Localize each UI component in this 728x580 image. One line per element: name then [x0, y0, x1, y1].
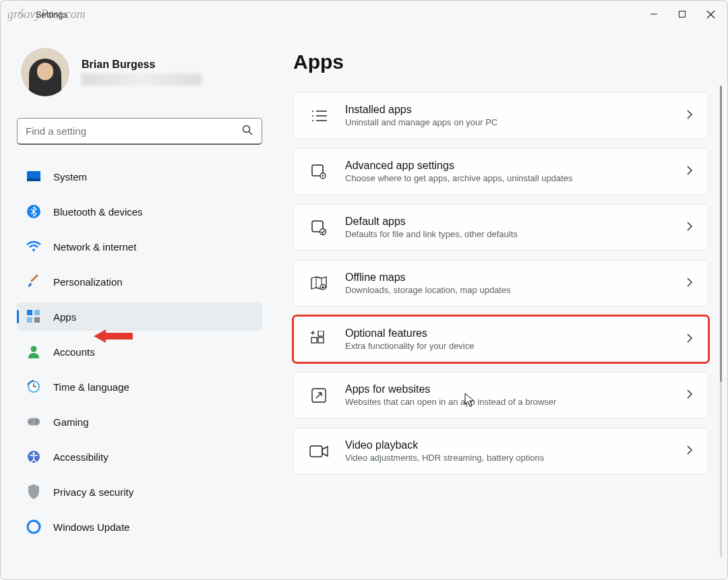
svg-point-9 [32, 249, 35, 251]
nav-label: Privacy & security [53, 486, 133, 498]
nav-label: Network & internet [53, 241, 136, 253]
search-icon[interactable] [241, 124, 253, 139]
svg-marker-48 [94, 329, 133, 343]
sidebar-item-system[interactable]: System [17, 162, 262, 191]
card-sub: Extra functionality for your device [345, 341, 686, 351]
sidebar-item-bluetooth[interactable]: Bluetooth & devices [17, 197, 262, 226]
svg-rect-7 [27, 179, 40, 181]
scrollbar[interactable] [720, 86, 722, 557]
card-advanced-app-settings[interactable]: Advanced app settings Choose where to ge… [293, 148, 708, 195]
svg-point-27 [312, 110, 313, 112]
list-icon [309, 106, 329, 126]
card-optional-features[interactable]: Optional features Extra functionality fo… [293, 316, 708, 362]
svg-line-5 [249, 131, 253, 135]
search-box[interactable] [17, 118, 262, 145]
chevron-right-icon [686, 333, 693, 346]
avatar [21, 48, 69, 96]
card-default-apps[interactable]: Default apps Defaults for file and link … [293, 204, 708, 251]
nav-label: Bluetooth & devices [53, 206, 143, 218]
sidebar-item-accounts[interactable]: Accounts [17, 337, 262, 366]
profile-name: Brian Burgess [82, 59, 202, 71]
features-icon [309, 329, 329, 350]
video-icon [309, 441, 329, 461]
svg-point-35 [322, 174, 324, 176]
update-icon [26, 519, 41, 534]
chevron-right-icon [686, 221, 693, 234]
gamepad-icon [26, 414, 41, 429]
card-offline-maps[interactable]: Offline maps Downloads, storage location… [293, 260, 708, 307]
sidebar-item-time[interactable]: Time & language [17, 373, 262, 401]
accessibility-icon [26, 449, 41, 464]
sidebar: Brian Burgess System [1, 28, 270, 579]
scrollbar-thumb[interactable] [720, 86, 722, 382]
nav: System Bluetooth & devices Network & int… [17, 162, 262, 548]
bluetooth-icon [26, 204, 41, 219]
svg-point-22 [36, 422, 38, 424]
minimize-button[interactable] [649, 9, 659, 19]
svg-point-20 [30, 421, 31, 422]
card-sub: Video adjustments, HDR streaming, batter… [345, 453, 686, 463]
card-video-playback[interactable]: Video playback Video adjustments, HDR st… [293, 428, 708, 474]
card-sub: Downloads, storage location, map updates [345, 285, 686, 295]
profile-email-redacted [82, 73, 202, 86]
svg-point-21 [36, 420, 38, 421]
titlebar: Settings [1, 1, 727, 28]
sidebar-item-personalization[interactable]: Personalization [17, 267, 262, 296]
person-icon [26, 344, 41, 359]
svg-rect-42 [318, 337, 324, 343]
card-title: Optional features [345, 327, 686, 340]
nav-label: Accessibility [53, 451, 109, 463]
svg-point-37 [320, 228, 326, 234]
card-apps-for-websites[interactable]: Apps for websites Websites that can open… [293, 372, 708, 418]
system-icon [26, 169, 41, 184]
page-title: Apps [293, 51, 708, 73]
sidebar-item-privacy[interactable]: Privacy & security [17, 478, 262, 506]
website-icon [309, 385, 329, 406]
annotation-arrow [94, 328, 134, 347]
nav-label: Apps [53, 311, 76, 323]
svg-rect-13 [34, 317, 40, 323]
sidebar-item-accessibility[interactable]: Accessibility [17, 443, 262, 471]
svg-rect-19 [28, 418, 40, 426]
shield-icon [26, 484, 41, 499]
maximize-button[interactable] [677, 9, 687, 19]
sidebar-item-update[interactable]: Windows Update [17, 513, 262, 541]
sidebar-item-network[interactable]: Network & internet [17, 232, 262, 261]
sidebar-item-apps[interactable]: Apps [17, 302, 262, 331]
card-sub: Websites that can open in an app instead… [345, 397, 686, 407]
svg-rect-41 [311, 337, 317, 343]
search-input[interactable] [26, 125, 241, 137]
svg-point-4 [243, 125, 250, 132]
card-sub: Defaults for file and link types, other … [345, 229, 686, 239]
card-title: Default apps [345, 216, 686, 228]
default-apps-icon [309, 218, 329, 238]
close-button[interactable] [706, 9, 715, 19]
card-title: Offline maps [345, 271, 686, 284]
map-icon [309, 273, 329, 294]
chevron-right-icon [686, 277, 693, 290]
card-installed-apps[interactable]: Installed apps Uninstall and manage apps… [293, 92, 708, 139]
svg-point-28 [312, 115, 313, 117]
svg-point-24 [32, 452, 35, 455]
settings-window: groovyPost.com Settings [0, 0, 728, 580]
sidebar-item-gaming[interactable]: Gaming [17, 408, 262, 436]
chevron-right-icon [686, 389, 693, 402]
profile[interactable]: Brian Burgess [17, 48, 262, 96]
nav-label: Time & language [53, 381, 129, 393]
card-title: Advanced app settings [345, 160, 686, 172]
watermark: groovyPost.com [7, 7, 86, 22]
wifi-icon [26, 239, 41, 254]
svg-rect-12 [27, 317, 32, 323]
card-title: Installed apps [345, 104, 686, 116]
apps-icon [26, 309, 41, 324]
card-title: Video playback [345, 439, 686, 451]
card-title: Apps for websites [345, 383, 686, 395]
cursor-icon [464, 393, 475, 410]
svg-rect-1 [679, 11, 686, 18]
nav-label: Gaming [53, 416, 89, 428]
svg-point-29 [312, 120, 313, 121]
svg-rect-43 [318, 331, 324, 336]
app-gear-icon [309, 162, 329, 182]
svg-rect-10 [27, 310, 32, 315]
nav-label: Accounts [53, 346, 95, 358]
